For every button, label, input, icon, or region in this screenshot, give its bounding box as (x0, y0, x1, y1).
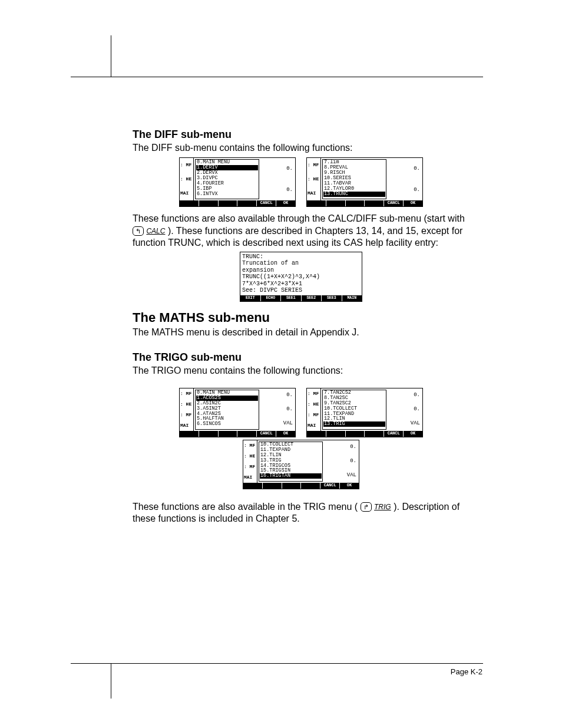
page-number: Page K-2 (451, 667, 482, 676)
cancel-softkey[interactable]: CANCL (257, 431, 276, 437)
cancel-softkey[interactable]: CANCL (384, 431, 404, 437)
calc-stack-values: 0. 0. (259, 158, 295, 200)
trunc-help-screen: TRUNC: Truncation of an expansion TRUNC(… (240, 252, 362, 302)
maths-text: The MATHS menu is described in detail in… (133, 327, 470, 338)
ok-softkey[interactable]: OK (404, 200, 422, 206)
trigo-screens-row1: : MF : HE : MF MAI 0.MAIN MENU 1.ACOS2S … (133, 388, 470, 437)
echo-softkey[interactable]: ECHO (261, 295, 282, 301)
calc-key-label: CALC (146, 227, 165, 235)
see3-softkey[interactable]: SEE3 (322, 295, 342, 301)
right-shift-key-icon: ↱ (361, 502, 372, 512)
diff-screen-1: : MF : HE MAI 0.MAIN MENU 1.DERIV 2.DERV… (179, 157, 296, 207)
diff-paragraph: These functions are also available throu… (133, 213, 470, 249)
cancel-softkey[interactable]: CANCL (384, 200, 404, 206)
trigo-intro: The TRIGO menu contains the following fu… (133, 365, 470, 377)
trigo-screen-1: : MF : HE : MF MAI 0.MAIN MENU 1.ACOS2S … (179, 388, 296, 437)
left-shift-key-icon: ↰ (133, 226, 144, 236)
calc-menu[interactable]: 7.TAN2CS2 8.TAN2SC 9.TAN2SC2 10.TCOLLECT… (322, 390, 386, 430)
ok-softkey[interactable]: OK (340, 483, 359, 489)
maths-heading: The MATHS sub-menu (133, 310, 470, 325)
ok-softkey[interactable]: OK (404, 431, 422, 437)
calc-stack-labels: : MF : HE MAI (180, 158, 194, 200)
trig-key-label: TRIG (374, 503, 391, 511)
diff-intro: The DIFF sub-menu contains the following… (133, 142, 470, 154)
page-notch-bottom (111, 663, 111, 699)
see1-softkey[interactable]: SEE1 (281, 295, 302, 301)
see2-softkey[interactable]: SEE2 (302, 295, 322, 301)
diff-heading: The DIFF sub-menu (133, 129, 470, 141)
trigo-screen-3: : MF : HE : MF MAI 10.TCOLLECT 11.TEXPAN… (243, 440, 359, 489)
menu-item-selected[interactable]: 13.TRIG (323, 421, 385, 427)
page-rule-top (71, 77, 483, 77)
ok-softkey[interactable]: OK (276, 431, 295, 437)
page-notch-top (111, 35, 111, 77)
diff-screens: : MF : HE MAI 0.MAIN MENU 1.DERIV 2.DERV… (133, 157, 470, 207)
diff-screen-2: : MF : HE MAI 7.lim 8.PREVAL 9.RISCH 10.… (306, 157, 423, 207)
exit-softkey[interactable]: EXIT (240, 295, 261, 301)
help-softkeys: EXIT ECHO SEE1 SEE2 SEE3 MAIN (240, 295, 362, 301)
trigo-screens-row2: : MF : HE : MF MAI 10.TCOLLECT 11.TEXPAN… (133, 440, 470, 489)
cancel-softkey[interactable]: CANCL (320, 483, 340, 489)
calc-menu[interactable]: 0.MAIN MENU 1.ACOS2S 2.ASIN2C 3.ASIN2T 4… (195, 390, 259, 430)
trigo-heading: The TRIGO sub-menu (133, 351, 470, 364)
main-softkey[interactable]: MAIN (342, 295, 362, 301)
page-content: The DIFF sub-menu The DIFF sub-menu cont… (133, 129, 470, 528)
menu-item-selected[interactable]: 13.TRUNC (323, 192, 385, 197)
calc-menu[interactable]: 0.MAIN MENU 1.DERIV 2.DERVX 3.DIVPC 4.FO… (195, 159, 259, 199)
trigo-screen-2: : MF : HE : MF MAI 7.TAN2CS2 8.TAN2SC 9.… (306, 388, 423, 437)
trigo-paragraph: These functions are also available in th… (133, 501, 470, 525)
ok-softkey[interactable]: OK (276, 200, 295, 206)
calc-menu[interactable]: 7.lim 8.PREVAL 9.RISCH 10.SERIES 11.TABV… (322, 159, 386, 199)
softkey-row: CANCL OK (180, 200, 295, 206)
cancel-softkey[interactable]: CANCL (257, 200, 276, 206)
menu-item-selected[interactable]: 16.TRIGTAN (260, 473, 322, 479)
page-rule-bottom (71, 663, 483, 664)
calc-menu[interactable]: 10.TCOLLECT 11.TEXPAND 12.TLIN 13.TRIG 1… (259, 442, 323, 482)
